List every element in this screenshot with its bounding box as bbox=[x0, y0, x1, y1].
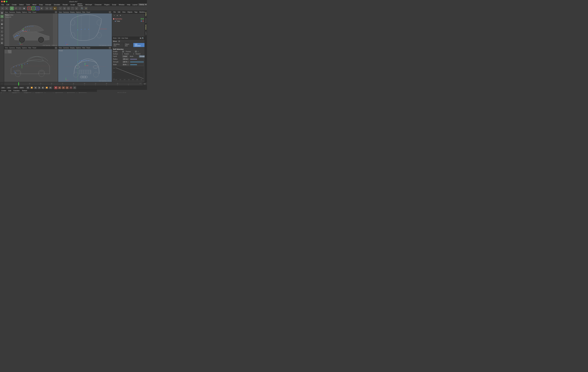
bottom-create[interactable]: Create bbox=[1, 90, 7, 92]
sidebar-btn-9[interactable]: ◉ bbox=[0, 41, 4, 45]
vp-front-display[interactable]: Display bbox=[70, 47, 75, 49]
vp-tr-maximize[interactable]: ⛶ bbox=[109, 11, 111, 13]
vp-persp-options[interactable]: Options bbox=[22, 11, 27, 13]
mode-value[interactable]: Groups bbox=[139, 55, 145, 57]
rect-selection-button[interactable]: ◫ bbox=[63, 7, 66, 10]
select-all-button[interactable]: ▣ bbox=[22, 7, 26, 10]
position-x-field[interactable] bbox=[11, 92, 20, 93]
sidebar-btn-3[interactable]: ⬡ bbox=[0, 19, 4, 22]
render-to-picture-button[interactable]: ▷ bbox=[49, 7, 53, 10]
om-add-icon[interactable]: + bbox=[113, 14, 116, 17]
menu-animate[interactable]: Animate bbox=[45, 4, 52, 6]
vp-right-panel[interactable]: Panel bbox=[32, 47, 36, 49]
vp-persp-filter[interactable]: Filter bbox=[28, 11, 31, 13]
viewport-perspective[interactable]: View Cameras Display Options Filter Pane… bbox=[4, 11, 58, 46]
strength-slider[interactable] bbox=[130, 61, 144, 63]
menu-file[interactable]: File bbox=[1, 4, 4, 6]
camera-button[interactable]: 📷 bbox=[80, 7, 84, 10]
menu-select[interactable]: Select bbox=[19, 4, 24, 6]
move-tool-button[interactable]: ✛ bbox=[10, 7, 14, 10]
vp-front-maximize[interactable]: ⛶ bbox=[109, 47, 111, 49]
sidebar-btn-6[interactable]: L bbox=[0, 30, 4, 33]
world-axis-button[interactable]: ⊕ bbox=[40, 7, 43, 10]
render-button[interactable]: ▶ bbox=[53, 7, 57, 10]
attr-mode[interactable]: Mode bbox=[113, 37, 117, 39]
size-x-field[interactable] bbox=[55, 92, 63, 93]
transport-total-field[interactable] bbox=[19, 87, 24, 89]
menu-window[interactable]: Window bbox=[118, 4, 125, 6]
menu-edit[interactable]: Edit bbox=[6, 4, 10, 6]
vp-right-cameras[interactable]: Cameras bbox=[9, 47, 15, 49]
transport-next-frame[interactable]: ⏩ bbox=[45, 86, 48, 89]
vp-persp-display[interactable]: Display bbox=[16, 11, 21, 13]
transport-last-frame[interactable]: ⏭ bbox=[49, 86, 52, 89]
sidebar-btn-7[interactable]: ⊡ bbox=[0, 33, 4, 37]
menu-help[interactable]: Help bbox=[126, 4, 131, 6]
rubber-checkbox[interactable] bbox=[134, 53, 134, 55]
menu-render[interactable]: Render bbox=[62, 4, 68, 6]
menu-sculpt[interactable]: Sculpt bbox=[70, 4, 75, 6]
width-slider[interactable] bbox=[130, 64, 144, 65]
menu-tools[interactable]: Tools bbox=[26, 4, 30, 6]
menu-snap[interactable]: Snap bbox=[39, 4, 43, 6]
object-row-tube[interactable]: ◉ Tube bbox=[113, 20, 144, 22]
enable-checkbox[interactable] bbox=[122, 51, 124, 53]
transport-prev-frame[interactable]: ⏪ bbox=[30, 86, 33, 89]
sidebar-btn-4[interactable]: ⬢ bbox=[0, 22, 4, 26]
transport-play-forward[interactable]: ▶ bbox=[41, 86, 44, 89]
viewport-right[interactable]: View Cameras Display Options Filter Pane… bbox=[4, 46, 58, 82]
transport-play-backward[interactable]: ◀ bbox=[34, 86, 37, 89]
vp-right-display[interactable]: Display bbox=[16, 47, 21, 49]
transport-keyframe-next[interactable]: ◈ bbox=[65, 86, 69, 89]
undo-button[interactable]: ↩ bbox=[0, 7, 4, 10]
vp-tr-display[interactable]: Display bbox=[70, 11, 75, 13]
menu-plugins[interactable]: Plugins bbox=[104, 4, 110, 6]
vp-tr-panel[interactable]: Panel bbox=[86, 11, 90, 13]
vp-persp-view[interactable]: View bbox=[5, 11, 8, 13]
bottom-function[interactable]: Function bbox=[13, 90, 20, 92]
transport-keyframe-prev[interactable]: ◈ bbox=[58, 86, 61, 89]
menu-script[interactable]: Script bbox=[112, 4, 117, 6]
vp-front-filter[interactable]: Filter bbox=[82, 47, 85, 49]
menu-mesh[interactable]: Mesh bbox=[32, 4, 37, 6]
om-edit[interactable]: Edit bbox=[117, 11, 121, 13]
om-file[interactable]: File bbox=[113, 11, 116, 13]
menu-simulate[interactable]: Simulate bbox=[53, 4, 61, 6]
vp-persp-panel[interactable]: Panel bbox=[32, 11, 36, 13]
om-view[interactable]: View bbox=[122, 11, 126, 13]
vp-right-view[interactable]: View bbox=[5, 47, 8, 49]
viewport-top-right[interactable]: View Cameras Display Options Filter Pane… bbox=[58, 11, 112, 46]
sidebar-btn-8[interactable]: S bbox=[0, 37, 4, 41]
timeline-ruler[interactable]: 0 10 20 30 40 50 60 70 80 90 0 F bbox=[4, 82, 143, 85]
menu-character[interactable]: Character bbox=[94, 4, 102, 6]
transport-record[interactable]: ⏺ bbox=[54, 86, 57, 89]
om-filter-icon[interactable]: ⊟ bbox=[116, 14, 119, 17]
re-tab-structure[interactable]: Structure bbox=[145, 17, 147, 24]
radius-slider[interactable] bbox=[130, 59, 144, 60]
vp-tr-filter[interactable]: Filter bbox=[82, 11, 85, 13]
attr-user-data[interactable]: User Data bbox=[121, 37, 128, 39]
z-axis-button[interactable]: Z bbox=[36, 7, 39, 10]
vp-right-options[interactable]: Options bbox=[22, 47, 27, 49]
attr-edit[interactable]: Edit bbox=[118, 37, 120, 39]
bottom-edit[interactable]: Edit bbox=[8, 90, 11, 92]
poly-selection-button[interactable]: △ bbox=[75, 7, 78, 10]
close-button[interactable] bbox=[1, 1, 3, 2]
vp-right-maximize[interactable]: ⛶ bbox=[55, 47, 57, 49]
tab-modeling-axis[interactable]: Modeling Axis bbox=[112, 43, 124, 47]
sidebar-btn-5[interactable]: ◈ bbox=[0, 26, 4, 30]
vp-tr-cameras[interactable]: Cameras bbox=[63, 11, 69, 13]
menu-create[interactable]: Create bbox=[11, 4, 17, 6]
circle-selection-button[interactable]: ◯ bbox=[67, 7, 70, 10]
attr-collapse-icon[interactable]: ◀ bbox=[139, 37, 141, 39]
transport-current-field[interactable] bbox=[7, 87, 11, 89]
minimize-button[interactable] bbox=[3, 1, 5, 2]
vp-tr-options[interactable]: Options bbox=[76, 11, 81, 13]
vp-persp-cameras[interactable]: Cameras bbox=[9, 11, 15, 13]
size-z-field[interactable] bbox=[78, 92, 87, 93]
vp-persp-maximize[interactable]: ⛶ bbox=[55, 11, 57, 13]
live-selection-button[interactable]: ○ bbox=[58, 7, 62, 10]
vp-front-cameras[interactable]: Cameras bbox=[63, 47, 69, 49]
transport-start-field[interactable] bbox=[1, 87, 5, 89]
tab-object-axis[interactable]: Object Axis bbox=[124, 43, 133, 47]
